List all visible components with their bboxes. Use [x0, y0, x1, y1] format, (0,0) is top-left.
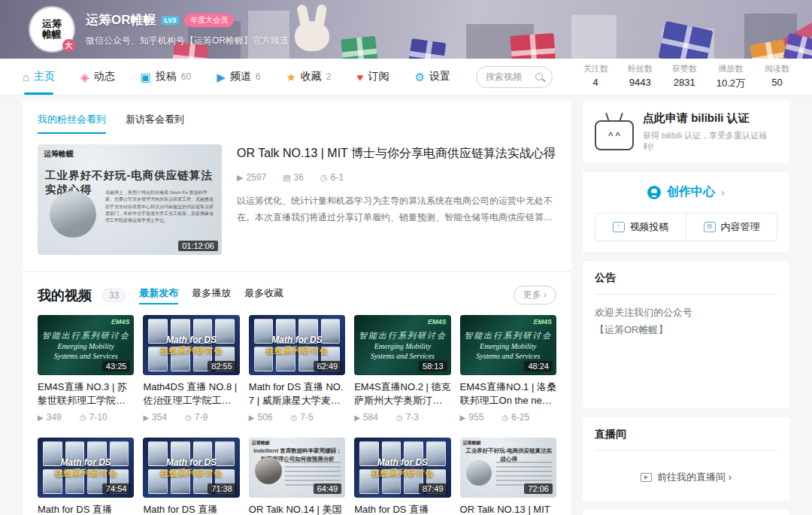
video-card[interactable]: Math for DS在线系列研讨会 62:49 Math for DS 直播 … [249, 315, 345, 423]
duration-badge: 74:54 [102, 483, 131, 494]
search-input[interactable]: 搜索视频 [476, 66, 553, 88]
tab-visitor-view[interactable]: 新访客会看到 [126, 113, 184, 134]
video-thumbnail[interactable]: EM4S 智能出行系列研讨会 Emerging Mobility Systems… [354, 315, 450, 375]
search-icon[interactable] [535, 73, 543, 80]
video-thumbnail[interactable]: 运筹帷幄 工业界好不好玩-电商供应链算法实战心得 72:06 [460, 438, 556, 498]
publish-date: ◷6-1 [320, 172, 344, 183]
thumb-brand-logo: 运筹帷幄 [463, 440, 481, 447]
play-count: ▶2597 [237, 172, 266, 183]
duration-badge: 43:25 [102, 361, 131, 371]
sort-most-played[interactable]: 最多播放 [192, 286, 231, 304]
video-thumbnail[interactable]: Math for DS在线系列研讨会 74:54 [38, 438, 134, 498]
tab-home[interactable]: ⌂ 主页 [23, 59, 55, 95]
sort-most-favorited[interactable]: 最多收藏 [244, 286, 283, 304]
stat-followers[interactable]: 粉丝数 9443 [628, 63, 653, 90]
verify-card[interactable]: ^ ^ 点此申请 bilibili 认证 获得 bilibili 认证，享受多重… [583, 101, 789, 163]
tab-fans-view[interactable]: 我的粉丝会看到 [38, 113, 106, 134]
tab-uploads[interactable]: ▣ 投稿 60 [141, 59, 192, 95]
video-thumbnail[interactable]: Math for DS在线系列研讨会 71:38 [143, 438, 239, 498]
video-thumbnail[interactable]: EM4S 智能出行系列研讨会 Emerging Mobility Systems… [38, 315, 134, 375]
stat-plays[interactable]: 播放数 10.2万 [717, 63, 745, 90]
video-card[interactable]: Math for DS在线系列研讨会 82:55 Math4DS 直播 NO.8… [143, 315, 239, 423]
video-card[interactable]: Math for DS在线系列研讨会 87:49 Math for DS 直播 … [354, 438, 450, 515]
duration-badge: 71:38 [208, 483, 236, 494]
video-title[interactable]: Math for DS 直播 NO.6 | 华盛顿大学计算机科学系和统计 [38, 503, 134, 515]
main-panel: 我的粉丝会看到 新访客会看到 运筹帷幄 工业界好不好玩-电商供应链算法实战心得 … [23, 101, 571, 515]
video-thumbnail[interactable]: Math for DS在线系列研讨会 87:49 [354, 438, 450, 498]
avatar[interactable]: 运筹 帷幄 大 [30, 8, 74, 51]
video-thumbnail[interactable]: Math for DS在线系列研讨会 82:55 [143, 315, 239, 375]
live-room-title: 直播间 [595, 428, 777, 441]
video-card[interactable]: 运筹帷幄 Indellient 首席数据科学家周娜丽：财富管理公司如何做预测分析… [249, 438, 345, 515]
verify-subtitle: 获得 bilibili 认证，享受多重认证福利! [643, 130, 777, 153]
video-thumbnail[interactable]: EM4S 智能出行系列研讨会 Emerging Mobility Systems… [460, 315, 556, 375]
video-title[interactable]: Math for DS 直播 NO.4 | 斯坦福大学管理科学与工程叶荫 [354, 503, 450, 515]
video-card[interactable]: EM4S 智能出行系列研讨会 Emerging Mobility Systems… [354, 315, 450, 423]
video-card[interactable]: EM4S 智能出行系列研讨会 Emerging Mobility Systems… [460, 315, 556, 423]
manage-icon: ⚙ [704, 222, 716, 232]
duration-badge: 01:12:06 [178, 241, 218, 251]
stat-reads[interactable]: 阅读数 50 [765, 63, 789, 90]
video-title[interactable]: Math for DS 直播 NO.5 | 麻省理工斯隆管理学院Robert [143, 503, 239, 515]
bulb-icon [647, 186, 661, 199]
speaker-photo [255, 457, 282, 484]
video-title[interactable]: EM4S直播NO.2 | 德克萨斯州大学奥斯汀分校教授 Kara [354, 380, 450, 407]
video-title[interactable]: OR Talk NO.14 | 美国华尔街 Indellient 首席数据科学家 [249, 503, 345, 515]
home-icon: ⌂ [23, 71, 29, 83]
tab-favorites[interactable]: ★ 收藏 2 [286, 59, 331, 95]
clock-icon: ◷ [501, 414, 508, 422]
video-title[interactable]: EM4S直播 NO.3 | 苏黎世联邦理工学院（ETH Zürich） [38, 380, 134, 407]
video-card[interactable]: Math for DS在线系列研讨会 74:54 Math for DS 直播 … [38, 438, 134, 515]
featured-title[interactable]: OR Talk NO.13 | MIT 博士与你分享电商供应链算法实战心得 [237, 146, 556, 162]
clock-icon: ◷ [291, 414, 298, 422]
tab-subscriptions[interactable]: ♥ 订阅 [357, 59, 389, 95]
vip-badge: 年度大会员 [184, 14, 234, 27]
stat-likes[interactable]: 获赞数 2831 [672, 63, 697, 90]
user-signature: 微信公众号、知乎机构号【运筹OR帷幄】官方频道 [86, 35, 289, 47]
video-grid: EM4S 智能出行系列研讨会 Emerging Mobility Systems… [23, 315, 571, 515]
video-title[interactable]: Math4DS 直播 NO.8 | 佐治亚理工学院工业与系统工程系 [143, 380, 239, 407]
level-badge: LV3 [162, 16, 180, 25]
verify-title[interactable]: 点此申请 bilibili 认证 [643, 111, 777, 126]
speaker-photo [466, 460, 492, 486]
tab-settings[interactable]: ⚙ 设置 [414, 59, 450, 95]
duration-badge: 58:13 [419, 361, 447, 371]
more-button[interactable]: 更多 › [514, 286, 556, 304]
video-thumbnail[interactable]: 运筹帷幄 Indellient 首席数据科学家周娜丽：财富管理公司如何做预测分析… [249, 438, 345, 498]
duration-badge: 72:06 [524, 483, 553, 494]
video-thumbnail[interactable]: Math for DS在线系列研讨会 62:49 [249, 315, 345, 375]
featured-description: 以运筹优化、统计计量和机器学习为主导的算法系统在电商公司的运营中无处不在。本次直… [237, 193, 556, 226]
video-title[interactable]: EM4S直播NO.1 | 洛桑联邦理工On the new era of [460, 380, 556, 407]
stat-following[interactable]: 关注数 4 [583, 63, 608, 90]
content-manage-button[interactable]: ⚙ 内容管理 [686, 214, 777, 241]
video-card[interactable]: 运筹帷幄 工业界好不好玩-电商供应链算法实战心得 72:06 OR Talk N… [460, 438, 556, 515]
banner-gift [341, 36, 378, 59]
creator-center-link[interactable]: 创作中心 › [647, 184, 725, 200]
chevron-right-icon: › [721, 186, 725, 198]
notice-line: 【运筹OR帷幄】 [595, 321, 777, 338]
tab-channels[interactable]: ▶ 频道 6 [217, 59, 260, 95]
video-title[interactable]: OR Talk NO.13 | MIT 博士与你分享电商供应链算法实战 [460, 503, 556, 515]
video-card[interactable]: Math for DS在线系列研讨会 71:38 Math for DS 直播 … [143, 438, 239, 515]
play-icon: ▶ [249, 414, 255, 422]
featured-thumbnail[interactable]: 运筹帷幄 工业界好不好玩-电商供应链算法实战心得 袁融博士，美国个性化时尚电商 … [38, 144, 222, 255]
banner-gift [511, 33, 556, 59]
sort-newest[interactable]: 最新发布 [139, 286, 178, 304]
banner-gift [659, 21, 714, 59]
video-title[interactable]: Math for DS 直播 NO. 7 | 威斯康星大学麦迪逊分校电子 [249, 380, 345, 407]
video-card[interactable]: EM4S 智能出行系列研讨会 Emerging Mobility Systems… [38, 315, 134, 423]
avatar-text: 运筹 [42, 19, 62, 29]
clock-icon: ◷ [396, 414, 403, 422]
go-to-live-room-link[interactable]: 前往我的直播间 › [595, 460, 777, 490]
channels-icon: ▶ [217, 71, 226, 83]
dynamics-icon: ◈ [80, 71, 89, 83]
heart-icon: ♥ [357, 71, 364, 83]
banner-gift [783, 33, 812, 59]
play-icon: ▶ [237, 173, 243, 182]
uploads-icon: ▣ [141, 71, 151, 83]
gear-icon: ⚙ [414, 71, 424, 83]
speaker-photo [50, 191, 96, 238]
upload-video-button[interactable]: ↑ 视频投稿 [595, 214, 686, 241]
tab-dynamics[interactable]: ◈ 动态 [80, 59, 115, 95]
username: 运筹OR帷幄 [86, 11, 156, 29]
